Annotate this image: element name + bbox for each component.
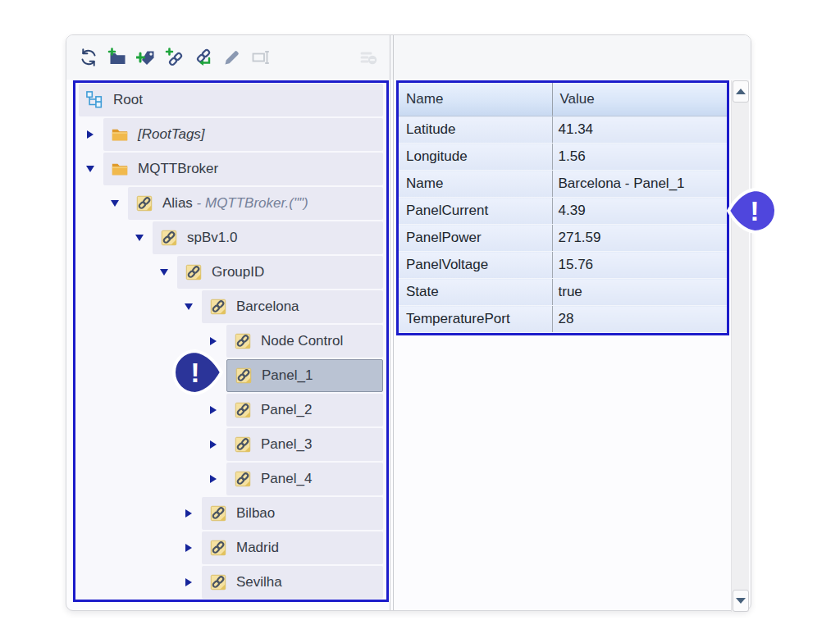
tree-item-block[interactable]: Panel_3 xyxy=(226,428,383,461)
tree-item-block[interactable]: Bilbao xyxy=(202,497,383,530)
tree-item-block[interactable]: [RootTags] xyxy=(103,118,383,151)
refresh-icon xyxy=(79,48,98,67)
table-row[interactable]: PanelVoltage 15.76 xyxy=(399,252,727,279)
tree-item-label: Panel_3 xyxy=(261,436,312,453)
table-row[interactable]: State true xyxy=(399,279,727,306)
expander-icon[interactable] xyxy=(205,463,221,495)
add-tag-button[interactable] xyxy=(136,47,156,68)
tree-item-block[interactable]: spBv1.0 xyxy=(153,221,383,254)
tree-item-label: [RootTags] xyxy=(138,126,205,143)
sitemap-icon xyxy=(86,91,104,109)
tag-link-icon xyxy=(234,401,252,419)
tree-item-label: Madrid xyxy=(236,540,279,556)
rename-icon xyxy=(251,48,271,67)
tree-item-label: Panel_4 xyxy=(261,471,312,487)
tree-item: Root xyxy=(75,84,386,116)
remove-list-button[interactable] xyxy=(358,47,378,68)
arrow-up-icon xyxy=(736,89,746,94)
tree-item-label: Alias xyxy=(162,195,193,212)
expander-icon[interactable] xyxy=(180,497,197,530)
tree-item: Panel_4 xyxy=(75,463,386,495)
tree-item: spBv1.0 xyxy=(75,221,386,254)
tree-item-label: Sevilha xyxy=(236,574,282,591)
add-link-button[interactable] xyxy=(165,47,185,68)
table-row[interactable]: PanelPower 271.59 xyxy=(399,225,727,252)
tree-item: Alias - MQTTBroker.("") xyxy=(75,187,386,220)
tree-item-block[interactable]: Panel_1 xyxy=(226,359,383,392)
tag-link-icon xyxy=(135,194,153,212)
tree-item: Madrid xyxy=(75,531,386,564)
tree-item-block[interactable]: Root xyxy=(79,84,383,116)
tag-link-icon xyxy=(209,573,227,591)
expander-icon[interactable] xyxy=(82,118,98,151)
import-link-icon xyxy=(194,48,213,67)
table-row[interactable]: TemperaturePort 28 xyxy=(399,306,727,333)
property-name-cell: PanelVoltage xyxy=(399,252,552,279)
expander-icon[interactable] xyxy=(180,290,197,323)
add-folder-icon xyxy=(107,48,127,67)
expander-icon[interactable] xyxy=(205,394,221,426)
table-row[interactable]: Longitude 1.56 xyxy=(399,144,727,171)
rename-button[interactable] xyxy=(251,47,271,68)
tree-item: [RootTags] xyxy=(75,118,386,151)
expander-icon[interactable] xyxy=(107,187,123,220)
import-link-button[interactable] xyxy=(194,47,213,68)
tree-item-block[interactable]: Panel_4 xyxy=(226,463,383,495)
property-name-cell: TemperaturePort xyxy=(399,306,552,333)
refresh-button[interactable] xyxy=(79,47,98,68)
tree-item: GroupID xyxy=(75,256,386,289)
remove-list-icon xyxy=(358,48,378,67)
expander-icon[interactable] xyxy=(205,428,221,461)
property-value-cell: 41.34 xyxy=(552,116,727,144)
tree-item-block[interactable]: MQTTBroker xyxy=(103,153,383,185)
tree-item-block[interactable]: Node Control xyxy=(226,325,383,358)
table-row[interactable]: Name Barcelona - Panel_1 xyxy=(399,171,727,198)
property-name-cell: Latitude xyxy=(399,116,552,144)
column-header-value[interactable]: Value xyxy=(552,83,727,116)
table-row[interactable]: Latitude 41.34 xyxy=(399,116,727,144)
tree-item-suffix: - MQTTBroker.("") xyxy=(193,195,308,212)
expander-icon[interactable] xyxy=(205,325,221,358)
tree-item-block[interactable]: Sevilha xyxy=(202,566,383,599)
scroll-down-button[interactable] xyxy=(733,590,749,612)
property-value-cell: true xyxy=(552,279,727,306)
expander-icon[interactable] xyxy=(180,531,197,564)
property-value-cell: 28 xyxy=(552,306,727,333)
tag-link-icon xyxy=(234,436,252,454)
table-row[interactable]: PanelCurrent 4.39 xyxy=(399,198,727,225)
expander-icon[interactable] xyxy=(82,153,98,185)
tree-item-label: Bilbao xyxy=(236,505,275,522)
expander-icon[interactable] xyxy=(131,221,148,254)
property-name-cell: PanelCurrent xyxy=(399,198,552,225)
tag-link-icon xyxy=(234,470,252,488)
vertical-scrollbar[interactable] xyxy=(731,80,749,612)
tree-item-block[interactable]: Barcelona xyxy=(202,290,383,323)
tree-item: Panel_3 xyxy=(75,428,386,461)
scroll-up-button[interactable] xyxy=(733,80,749,103)
tree-item-block[interactable]: Panel_2 xyxy=(226,394,383,426)
expander-icon[interactable] xyxy=(180,566,197,599)
tree-item-block[interactable]: GroupID xyxy=(177,256,383,289)
tag-link-icon xyxy=(160,229,178,247)
tree-item-label: Panel_2 xyxy=(261,402,312,418)
tree-item-label: Panel_1 xyxy=(262,367,313,384)
tree-item: Bilbao xyxy=(75,497,386,530)
tree-item-label: Node Control xyxy=(261,333,343,349)
edit-button[interactable] xyxy=(222,47,242,68)
tree-item-block[interactable]: Alias - MQTTBroker.("") xyxy=(128,187,383,220)
pane-splitter[interactable] xyxy=(390,35,394,610)
column-header-name[interactable]: Name xyxy=(399,83,552,116)
expander-icon[interactable] xyxy=(156,256,172,289)
tag-tree: Root [RootTags] MQTTBroker Alias - MQ xyxy=(73,80,389,602)
tree-item-block[interactable]: Madrid xyxy=(202,531,383,564)
tree-item-label: Barcelona xyxy=(236,299,299,315)
tree-item: Node Control xyxy=(75,325,386,358)
tree-item-label: Root xyxy=(113,92,143,108)
add-folder-button[interactable] xyxy=(107,47,127,68)
pencil-icon xyxy=(222,48,242,67)
tree-item-label: MQTTBroker xyxy=(138,161,218,177)
add-link-icon xyxy=(165,48,185,67)
tree-item-label: spBv1.0 xyxy=(187,230,237,246)
tag-link-icon xyxy=(209,504,227,522)
property-value-cell: 4.39 xyxy=(552,198,727,225)
